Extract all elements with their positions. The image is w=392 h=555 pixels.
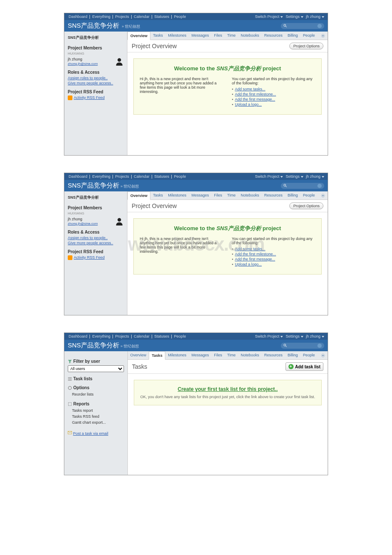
project-options-button[interactable]: Project Options xyxy=(289,202,323,209)
tab-tasks[interactable]: Tasks xyxy=(149,351,165,360)
tab-billing[interactable]: Billing xyxy=(285,351,300,359)
nav-dashboard[interactable]: Dashboard xyxy=(69,334,87,338)
members-heading: Project Members xyxy=(68,46,124,50)
action-add-milestone[interactable]: Add the first milestone... xyxy=(235,92,276,96)
tab-milestones[interactable]: Milestones xyxy=(165,191,189,199)
tab-resources[interactable]: Resources xyxy=(262,351,285,359)
nav-projects[interactable]: Projects xyxy=(115,174,129,179)
nav-people[interactable]: People xyxy=(174,334,186,338)
create-first-task-list-link[interactable]: Create your first task list for this pro… xyxy=(178,386,278,392)
tab-tasks[interactable]: Tasks xyxy=(150,32,165,40)
search-input[interactable] xyxy=(281,183,324,189)
tab-settings[interactable] xyxy=(318,191,328,199)
search-go-icon[interactable] xyxy=(317,24,322,28)
switch-project[interactable]: Switch Project xyxy=(255,174,283,179)
tab-people[interactable]: People xyxy=(300,351,317,359)
tab-messages[interactable]: Messages xyxy=(189,351,211,359)
nav-everything[interactable]: Everything xyxy=(92,14,110,19)
search-go-icon[interactable] xyxy=(317,184,322,188)
search-input[interactable] xyxy=(281,23,324,29)
tab-billing[interactable]: Billing xyxy=(285,191,300,199)
action-add-tasks[interactable]: Add some tasks... xyxy=(235,87,265,91)
tab-people[interactable]: People xyxy=(300,32,317,40)
nav-people[interactable]: People xyxy=(174,174,186,179)
action-add-tasks[interactable]: Add some tasks... xyxy=(235,247,265,251)
create-first-box: Create your first task list for this pro… xyxy=(134,380,322,405)
nav-people[interactable]: People xyxy=(174,14,186,19)
nav-statuses[interactable]: Statuses xyxy=(154,14,169,19)
action-upload-logo[interactable]: Upload a logo... xyxy=(235,102,262,107)
nav-calendar[interactable]: Calendar xyxy=(134,334,150,338)
page-heading: Project Overview xyxy=(132,43,177,49)
tab-overview[interactable]: Overview xyxy=(127,32,150,40)
switch-project[interactable]: Switch Project xyxy=(255,334,283,338)
nav-dashboard[interactable]: Dashboard xyxy=(69,14,87,19)
settings-menu[interactable]: Settings xyxy=(285,14,303,19)
nav-calendar[interactable]: Calendar xyxy=(134,14,150,19)
tab-files[interactable]: Files xyxy=(211,32,225,40)
tab-messages[interactable]: Messages xyxy=(189,191,211,199)
screenshot-tasks: Dashboard | Everything | Projects | Cale… xyxy=(64,332,328,475)
screenshot-overview-2: www.bdocx.com Dashboard | Everything | P… xyxy=(64,173,328,315)
tasks-rss-link[interactable]: Tasks RSS feed xyxy=(68,413,124,419)
tab-notebooks[interactable]: Notebooks xyxy=(238,32,262,40)
tab-files[interactable]: Files xyxy=(211,191,225,199)
reorder-lists-link[interactable]: Reorder lists xyxy=(68,391,124,397)
tab-tasks[interactable]: Tasks xyxy=(150,191,165,199)
svg-rect-11 xyxy=(68,379,72,379)
switch-project[interactable]: Switch Project xyxy=(255,14,283,19)
user-menu[interactable]: jh zhong xyxy=(306,334,324,338)
post-task-email-link[interactable]: Post a task via email xyxy=(73,431,109,436)
tab-files[interactable]: Files xyxy=(211,351,225,359)
options-icon xyxy=(68,386,72,390)
user-menu[interactable]: jh zhong xyxy=(306,174,324,179)
action-add-message[interactable]: Add the first message... xyxy=(235,97,275,101)
tab-settings[interactable] xyxy=(318,351,328,359)
nav-statuses[interactable]: Statuses xyxy=(154,334,169,338)
tab-notebooks[interactable]: Notebooks xyxy=(238,351,262,359)
action-add-message[interactable]: Add the first message... xyxy=(235,257,275,261)
tab-time[interactable]: Time xyxy=(225,191,238,199)
tab-resources[interactable]: Resources xyxy=(262,191,285,199)
tab-milestones[interactable]: Milestones xyxy=(165,351,189,359)
user-menu[interactable]: jh zhong xyxy=(306,14,324,19)
nav-everything[interactable]: Everything xyxy=(92,334,110,338)
tab-messages[interactable]: Messages xyxy=(189,32,211,40)
tab-overview[interactable]: Overview xyxy=(128,351,149,359)
tab-time[interactable]: Time xyxy=(225,351,238,359)
tab-billing[interactable]: Billing xyxy=(285,32,300,40)
nav-projects[interactable]: Projects xyxy=(115,14,129,19)
nav-projects[interactable]: Projects xyxy=(115,334,129,338)
tab-milestones[interactable]: Milestones xyxy=(165,32,189,40)
tab-notebooks[interactable]: Notebooks xyxy=(238,191,262,199)
tab-settings[interactable] xyxy=(318,32,328,40)
filter-user-select[interactable]: All users xyxy=(68,365,124,372)
search-input[interactable] xyxy=(281,343,324,349)
svg-point-6 xyxy=(118,218,121,222)
gantt-export-link[interactable]: Gantt chart export... xyxy=(68,419,124,425)
give-access-link[interactable]: Give more people access.. xyxy=(68,81,124,85)
svg-point-3 xyxy=(323,35,324,36)
member-email[interactable]: zhong.jh@sina.com xyxy=(68,62,98,66)
activity-rss-link[interactable]: Activity RSS Feed xyxy=(74,95,105,100)
action-add-milestone[interactable]: Add the first milestone... xyxy=(235,252,276,256)
nav-statuses[interactable]: Statuses xyxy=(154,174,169,179)
welcome-title: Welcome to the SNS产品竞争分析 project xyxy=(140,65,315,72)
nav-calendar[interactable]: Calendar xyxy=(134,174,150,179)
nav-dashboard[interactable]: Dashboard xyxy=(69,174,87,179)
tab-people[interactable]: People xyxy=(300,191,317,199)
nav-everything[interactable]: Everything xyxy=(92,174,110,179)
tab-time[interactable]: Time xyxy=(225,32,238,40)
settings-menu[interactable]: Settings xyxy=(285,334,303,338)
tasks-report-link[interactable]: Tasks report xyxy=(68,408,124,413)
tab-overview[interactable]: Overview xyxy=(127,191,150,200)
action-upload-logo[interactable]: Upload a logo... xyxy=(235,262,262,266)
reports-heading: Reports xyxy=(68,402,124,406)
svg-point-4 xyxy=(284,184,286,186)
tab-resources[interactable]: Resources xyxy=(262,32,285,40)
settings-menu[interactable]: Settings xyxy=(285,174,303,179)
project-options-button[interactable]: Project Options xyxy=(289,43,323,49)
assign-roles-link[interactable]: Assign roles to people.. xyxy=(68,76,124,80)
add-task-list-button[interactable]: +Add task list xyxy=(285,362,323,371)
search-go-icon[interactable] xyxy=(317,344,322,348)
